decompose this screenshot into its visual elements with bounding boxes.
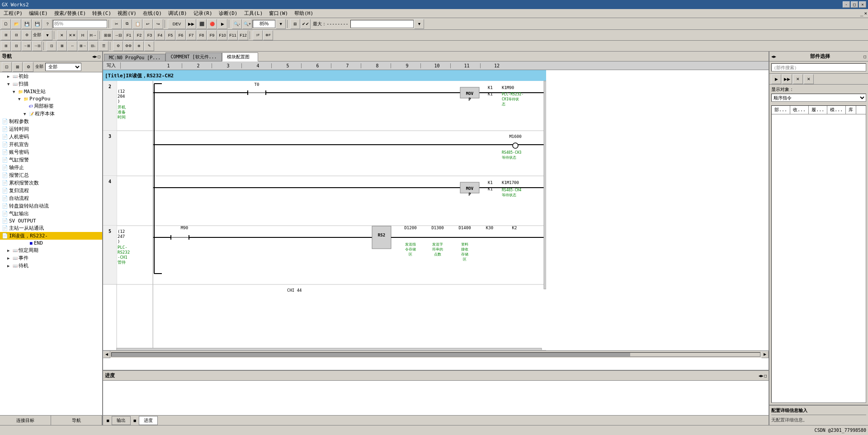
tb2-btn17[interactable]: F8 bbox=[197, 30, 207, 40]
zoom-dropdown[interactable]: ▼ bbox=[276, 19, 286, 29]
nav-item-periodic[interactable]: ▶ 📖 恒定周期 bbox=[0, 246, 102, 254]
tb2-btn6[interactable]: H bbox=[78, 30, 88, 40]
tb3-btn13[interactable]: ⊕ bbox=[134, 41, 144, 51]
tb3-btn5[interactable]: ⊡ bbox=[47, 41, 57, 51]
tb2-btn7[interactable]: H→ bbox=[88, 30, 98, 40]
tb-save2[interactable]: 💾 bbox=[32, 19, 42, 29]
list-item[interactable]: 📄 运转时间 bbox=[0, 125, 102, 133]
parts-tb-btn1[interactable]: ▶ bbox=[771, 74, 781, 84]
nav-icon-btn2[interactable]: ⊠ bbox=[13, 62, 23, 72]
right-arrow-left[interactable]: ◀▶ bbox=[771, 54, 776, 59]
tb-btn3[interactable]: 🔴 bbox=[207, 19, 217, 29]
tb3-btn3[interactable]: →⊞ bbox=[22, 41, 32, 51]
h-scrollbar[interactable]: ◀ ▶ bbox=[103, 350, 769, 358]
tb3-btn10[interactable]: ☰ bbox=[99, 41, 108, 51]
tb-btn1[interactable]: ▶▶ bbox=[186, 19, 196, 29]
list-item[interactable]: 📄 SV OUTPUT bbox=[0, 218, 102, 224]
display-target-select[interactable]: 顺序指令 bbox=[771, 94, 866, 102]
tb2-btn21[interactable]: F12 bbox=[238, 30, 248, 40]
menu-diagnose[interactable]: 诊断(D) bbox=[216, 9, 241, 17]
tb-btn4[interactable]: ▶ bbox=[217, 19, 227, 29]
nav-item-ir[interactable]: 📄 IR读值，RS232- bbox=[0, 232, 102, 240]
nav-item-program[interactable]: ▼ 📝 程序本体 bbox=[0, 110, 102, 118]
tb3-btn7[interactable]: ↔ bbox=[67, 41, 77, 51]
tb3-btn4[interactable]: →⊟ bbox=[32, 41, 42, 51]
tb3-btn12[interactable]: ⚙⚙ bbox=[123, 41, 133, 51]
parts-tab-lib[interactable]: 库 bbox=[846, 106, 856, 114]
nav-item-main[interactable]: ▼ 📁 MAIN主站 bbox=[0, 88, 102, 95]
tb3-btn9[interactable]: ⊟↓ bbox=[88, 41, 98, 51]
tb3-btn8[interactable]: ⊞→ bbox=[78, 41, 88, 51]
tb2-btn5[interactable]: ✕✕ bbox=[67, 30, 77, 40]
menu-help[interactable]: 帮助(H) bbox=[292, 9, 316, 17]
tb-cut[interactable]: ✂ bbox=[112, 19, 122, 29]
list-item[interactable]: 📄 报警汇总 bbox=[0, 171, 102, 179]
tab-comment[interactable]: COMMENT [软元件... bbox=[165, 52, 222, 61]
nav-item-event[interactable]: ▶ 📖 事件 bbox=[0, 254, 102, 262]
nav-icon-btn3[interactable]: ⚙ bbox=[24, 62, 33, 72]
tb2-btn8[interactable]: ⊞⊞ bbox=[103, 30, 113, 40]
tb2-btn20[interactable]: F11 bbox=[228, 30, 238, 40]
nav-item-start[interactable]: ▶ 📖 初始 bbox=[0, 72, 102, 80]
menu-project[interactable]: 工程(P) bbox=[1, 9, 25, 17]
list-item[interactable]: 📄 自动流程 bbox=[0, 194, 102, 202]
menu-record[interactable]: 记录(R) bbox=[191, 9, 215, 17]
menu-search[interactable]: 搜索/替换(E) bbox=[52, 9, 89, 17]
list-item[interactable]: 📄 气缸报警 bbox=[0, 156, 102, 164]
tb2-btn15[interactable]: F6 bbox=[176, 30, 186, 40]
menu-tool[interactable]: 工具(L) bbox=[241, 9, 266, 17]
scroll-right-btn[interactable]: ▶ bbox=[761, 351, 769, 358]
list-item[interactable]: 📄 累积报警次数 bbox=[0, 179, 102, 187]
tb-filter-dropdown[interactable]: ▼ bbox=[414, 19, 424, 29]
nav-item-progpou[interactable]: ▼ 📁 ProgPou bbox=[0, 95, 102, 102]
nav-item-scan[interactable]: ▼ 📖 扫描 bbox=[0, 80, 102, 88]
tb-search-input[interactable] bbox=[53, 20, 107, 28]
tb2-extra2[interactable]: ⊕F bbox=[263, 30, 273, 40]
nav-icon-btn1[interactable]: ⊡ bbox=[2, 62, 12, 72]
nav-item-local-tag[interactable]: 🏷 局部标签 bbox=[0, 102, 102, 110]
tb2-btn19[interactable]: F10 bbox=[217, 30, 227, 40]
tb-save[interactable]: 💾 bbox=[22, 19, 32, 29]
zoom-input[interactable] bbox=[253, 20, 275, 28]
parts-tab-history[interactable]: 履... bbox=[809, 106, 827, 114]
tb2-btn11[interactable]: F2 bbox=[134, 30, 144, 40]
tb2-btn1[interactable]: ⊞ bbox=[1, 30, 11, 40]
minimize-btn2[interactable]: _ bbox=[860, 10, 863, 16]
list-item[interactable]: 📄 制程参数 bbox=[0, 118, 102, 125]
parts-tb-btn2[interactable]: ▶▶ bbox=[782, 74, 792, 84]
bottom-tab-progress[interactable]: 进度 bbox=[139, 416, 158, 425]
nav-dock-btn[interactable]: □ bbox=[98, 54, 100, 59]
parts-tab-parts[interactable]: 部... bbox=[772, 106, 790, 114]
minimize-btn[interactable]: - bbox=[843, 1, 850, 8]
tb-undo[interactable]: ↩ bbox=[143, 19, 153, 29]
menu-window[interactable]: 窗口(W) bbox=[266, 9, 291, 17]
restore-btn[interactable]: □ bbox=[851, 1, 858, 8]
h-scrollbar-thumb[interactable] bbox=[112, 353, 630, 356]
tab-module[interactable]: 模块配置图 bbox=[222, 52, 258, 61]
right-dock[interactable]: □ bbox=[864, 54, 866, 59]
tb-help[interactable]: ? bbox=[42, 19, 52, 29]
menu-view[interactable]: 视图(V) bbox=[115, 9, 139, 17]
parts-tb-btn3[interactable]: ✕ bbox=[793, 74, 803, 84]
menu-online[interactable]: 在线(Q) bbox=[140, 9, 165, 17]
tab-mc[interactable]: MC:N0 ProgPou [P... bbox=[104, 54, 165, 61]
list-item[interactable]: 📄 转盘旋转站自动流 bbox=[0, 202, 102, 210]
tb2-btn4[interactable]: ✕ bbox=[57, 30, 67, 40]
close-btn2[interactable]: × bbox=[864, 10, 867, 16]
nav-connect-btn[interactable]: 连接目标 bbox=[0, 416, 51, 425]
list-item[interactable]: 📄 开机宣告 bbox=[0, 141, 102, 148]
nav-nav-btn[interactable]: 导航 bbox=[51, 416, 102, 425]
tb-redo[interactable]: ↪ bbox=[153, 19, 163, 29]
nav-item-end[interactable]: ⏹ END bbox=[0, 240, 102, 246]
progress-arrows[interactable]: ◀▶ bbox=[759, 374, 764, 378]
nav-left-btn[interactable]: ◀▶ bbox=[92, 54, 97, 59]
tb-btn5[interactable]: ⊞ bbox=[290, 19, 300, 29]
tb2-btn16[interactable]: F7 bbox=[186, 30, 196, 40]
tb2-btn9[interactable]: →⊟ bbox=[113, 30, 123, 40]
tb-zoom-out[interactable]: 🔍- bbox=[232, 19, 242, 29]
menu-edit[interactable]: 编辑(E) bbox=[26, 9, 51, 17]
list-item[interactable]: 📄 轴停止 bbox=[0, 164, 102, 171]
list-item[interactable]: 📄 账号密码 bbox=[0, 148, 102, 156]
progress-dock[interactable]: □ bbox=[764, 374, 767, 378]
tb-btn2[interactable]: ⬛ bbox=[197, 19, 207, 29]
